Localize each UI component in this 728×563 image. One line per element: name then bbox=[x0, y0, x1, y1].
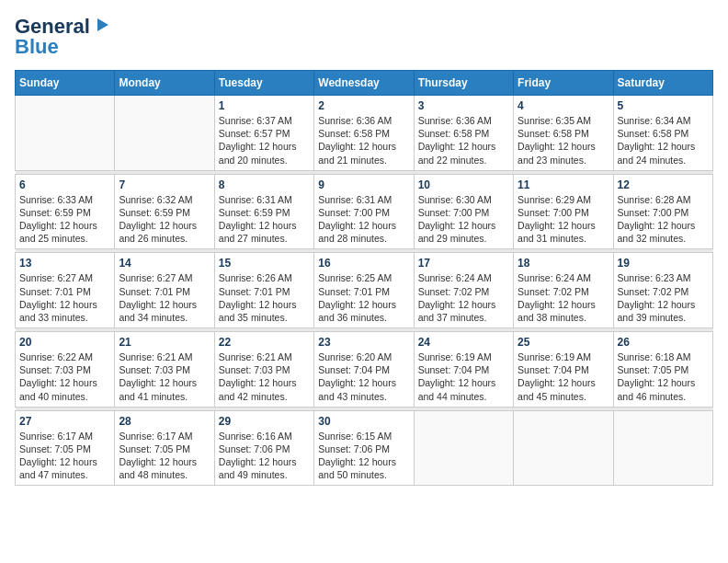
page-header: General Blue bbox=[15, 15, 713, 59]
day-info: Sunrise: 6:19 AMSunset: 7:04 PMDaylight:… bbox=[418, 350, 509, 403]
day-info: Sunrise: 6:24 AMSunset: 7:02 PMDaylight:… bbox=[518, 271, 609, 324]
calendar-day: 5Sunrise: 6:34 AMSunset: 6:58 PMDaylight… bbox=[613, 96, 712, 171]
calendar-day bbox=[414, 410, 513, 486]
calendar-day: 18Sunrise: 6:24 AMSunset: 7:02 PMDayligh… bbox=[514, 253, 613, 328]
calendar-day: 26Sunrise: 6:18 AMSunset: 7:05 PMDayligh… bbox=[613, 332, 712, 408]
calendar-day: 11Sunrise: 6:29 AMSunset: 7:00 PMDayligh… bbox=[514, 174, 613, 249]
calendar-day: 22Sunrise: 6:21 AMSunset: 7:03 PMDayligh… bbox=[214, 332, 313, 408]
calendar-day: 12Sunrise: 6:28 AMSunset: 7:00 PMDayligh… bbox=[613, 174, 712, 249]
calendar-day: 20Sunrise: 6:22 AMSunset: 7:03 PMDayligh… bbox=[16, 332, 115, 408]
day-header-friday: Friday bbox=[514, 71, 613, 96]
day-number: 19 bbox=[618, 257, 709, 270]
day-number: 28 bbox=[119, 415, 210, 428]
day-header-saturday: Saturday bbox=[613, 71, 712, 96]
day-number: 24 bbox=[418, 336, 509, 349]
logo: General Blue bbox=[15, 15, 110, 59]
day-number: 20 bbox=[19, 336, 110, 349]
calendar-day bbox=[16, 96, 115, 171]
day-info: Sunrise: 6:36 AMSunset: 6:58 PMDaylight:… bbox=[318, 114, 409, 167]
day-info: Sunrise: 6:16 AMSunset: 7:06 PMDaylight:… bbox=[219, 430, 310, 482]
calendar-day: 14Sunrise: 6:27 AMSunset: 7:01 PMDayligh… bbox=[115, 253, 214, 328]
day-header-tuesday: Tuesday bbox=[214, 71, 313, 96]
day-info: Sunrise: 6:30 AMSunset: 7:00 PMDaylight:… bbox=[418, 193, 509, 246]
calendar-header-row: SundayMondayTuesdayWednesdayThursdayFrid… bbox=[16, 71, 713, 96]
day-number: 11 bbox=[518, 178, 609, 191]
day-info: Sunrise: 6:28 AMSunset: 7:00 PMDaylight:… bbox=[618, 193, 709, 246]
calendar-day: 13Sunrise: 6:27 AMSunset: 7:01 PMDayligh… bbox=[16, 253, 115, 328]
day-info: Sunrise: 6:25 AMSunset: 7:01 PMDaylight:… bbox=[318, 271, 409, 324]
day-info: Sunrise: 6:22 AMSunset: 7:03 PMDaylight:… bbox=[19, 350, 110, 403]
calendar-day: 15Sunrise: 6:26 AMSunset: 7:01 PMDayligh… bbox=[214, 253, 313, 328]
day-number: 4 bbox=[518, 99, 609, 112]
calendar-day: 25Sunrise: 6:19 AMSunset: 7:04 PMDayligh… bbox=[514, 332, 613, 408]
day-info: Sunrise: 6:20 AMSunset: 7:04 PMDaylight:… bbox=[318, 350, 409, 403]
day-info: Sunrise: 6:24 AMSunset: 7:02 PMDaylight:… bbox=[418, 271, 509, 324]
day-header-wednesday: Wednesday bbox=[314, 71, 414, 96]
day-number: 1 bbox=[219, 99, 310, 112]
calendar-day: 29Sunrise: 6:16 AMSunset: 7:06 PMDayligh… bbox=[214, 410, 313, 486]
calendar-day bbox=[115, 96, 214, 171]
day-info: Sunrise: 6:23 AMSunset: 7:02 PMDaylight:… bbox=[618, 271, 709, 324]
day-number: 15 bbox=[219, 257, 310, 270]
day-number: 30 bbox=[318, 415, 409, 428]
calendar-day: 19Sunrise: 6:23 AMSunset: 7:02 PMDayligh… bbox=[613, 253, 712, 328]
day-number: 7 bbox=[119, 178, 210, 191]
day-info: Sunrise: 6:33 AMSunset: 6:59 PMDaylight:… bbox=[19, 193, 110, 246]
day-number: 17 bbox=[418, 257, 509, 270]
day-number: 3 bbox=[418, 99, 509, 112]
calendar-day bbox=[514, 410, 613, 486]
day-number: 6 bbox=[19, 178, 110, 191]
day-header-monday: Monday bbox=[115, 71, 214, 96]
day-number: 12 bbox=[618, 178, 709, 191]
calendar-table: SundayMondayTuesdayWednesdayThursdayFrid… bbox=[15, 70, 713, 486]
calendar-day: 8Sunrise: 6:31 AMSunset: 6:59 PMDaylight… bbox=[214, 174, 313, 249]
calendar-week-2: 6Sunrise: 6:33 AMSunset: 6:59 PMDaylight… bbox=[16, 174, 713, 249]
day-number: 13 bbox=[19, 257, 110, 270]
calendar-week-3: 13Sunrise: 6:27 AMSunset: 7:01 PMDayligh… bbox=[16, 253, 713, 328]
day-number: 8 bbox=[219, 178, 310, 191]
day-info: Sunrise: 6:31 AMSunset: 6:59 PMDaylight:… bbox=[219, 193, 310, 246]
calendar-day: 27Sunrise: 6:17 AMSunset: 7:05 PMDayligh… bbox=[16, 410, 115, 486]
logo-blue: Blue bbox=[15, 35, 59, 59]
calendar-day: 6Sunrise: 6:33 AMSunset: 6:59 PMDaylight… bbox=[16, 174, 115, 249]
day-info: Sunrise: 6:29 AMSunset: 7:00 PMDaylight:… bbox=[518, 193, 609, 246]
day-number: 14 bbox=[119, 257, 210, 270]
calendar-day: 3Sunrise: 6:36 AMSunset: 6:58 PMDaylight… bbox=[414, 96, 513, 171]
day-info: Sunrise: 6:21 AMSunset: 7:03 PMDaylight:… bbox=[119, 350, 210, 403]
calendar-day: 1Sunrise: 6:37 AMSunset: 6:57 PMDaylight… bbox=[214, 96, 313, 171]
logo-arrow-icon bbox=[94, 17, 110, 33]
calendar-day: 10Sunrise: 6:30 AMSunset: 7:00 PMDayligh… bbox=[414, 174, 513, 249]
calendar-day: 23Sunrise: 6:20 AMSunset: 7:04 PMDayligh… bbox=[314, 332, 414, 408]
calendar-day: 7Sunrise: 6:32 AMSunset: 6:59 PMDaylight… bbox=[115, 174, 214, 249]
day-info: Sunrise: 6:15 AMSunset: 7:06 PMDaylight:… bbox=[318, 430, 409, 482]
calendar-day bbox=[613, 410, 712, 486]
day-info: Sunrise: 6:35 AMSunset: 6:58 PMDaylight:… bbox=[518, 114, 609, 167]
day-info: Sunrise: 6:34 AMSunset: 6:58 PMDaylight:… bbox=[618, 114, 709, 167]
day-info: Sunrise: 6:17 AMSunset: 7:05 PMDaylight:… bbox=[119, 430, 210, 482]
day-number: 26 bbox=[618, 336, 709, 349]
day-number: 25 bbox=[518, 336, 609, 349]
day-number: 5 bbox=[618, 99, 709, 112]
day-info: Sunrise: 6:18 AMSunset: 7:05 PMDaylight:… bbox=[618, 350, 709, 403]
day-header-thursday: Thursday bbox=[414, 71, 513, 96]
day-number: 27 bbox=[19, 415, 110, 428]
calendar-day: 17Sunrise: 6:24 AMSunset: 7:02 PMDayligh… bbox=[414, 253, 513, 328]
day-number: 22 bbox=[219, 336, 310, 349]
day-info: Sunrise: 6:31 AMSunset: 7:00 PMDaylight:… bbox=[318, 193, 409, 246]
calendar-week-1: 1Sunrise: 6:37 AMSunset: 6:57 PMDaylight… bbox=[16, 96, 713, 171]
day-info: Sunrise: 6:27 AMSunset: 7:01 PMDaylight:… bbox=[119, 271, 210, 324]
calendar-day: 16Sunrise: 6:25 AMSunset: 7:01 PMDayligh… bbox=[314, 253, 414, 328]
day-number: 16 bbox=[318, 257, 409, 270]
day-info: Sunrise: 6:36 AMSunset: 6:58 PMDaylight:… bbox=[418, 114, 509, 167]
day-info: Sunrise: 6:37 AMSunset: 6:57 PMDaylight:… bbox=[219, 114, 310, 167]
day-info: Sunrise: 6:19 AMSunset: 7:04 PMDaylight:… bbox=[518, 350, 609, 403]
calendar-day: 24Sunrise: 6:19 AMSunset: 7:04 PMDayligh… bbox=[414, 332, 513, 408]
calendar-day: 21Sunrise: 6:21 AMSunset: 7:03 PMDayligh… bbox=[115, 332, 214, 408]
day-info: Sunrise: 6:21 AMSunset: 7:03 PMDaylight:… bbox=[219, 350, 310, 403]
day-number: 2 bbox=[318, 99, 409, 112]
calendar-week-5: 27Sunrise: 6:17 AMSunset: 7:05 PMDayligh… bbox=[16, 410, 713, 486]
day-number: 9 bbox=[318, 178, 409, 191]
calendar-day: 2Sunrise: 6:36 AMSunset: 6:58 PMDaylight… bbox=[314, 96, 414, 171]
day-info: Sunrise: 6:17 AMSunset: 7:05 PMDaylight:… bbox=[19, 430, 110, 482]
day-info: Sunrise: 6:26 AMSunset: 7:01 PMDaylight:… bbox=[219, 271, 310, 324]
